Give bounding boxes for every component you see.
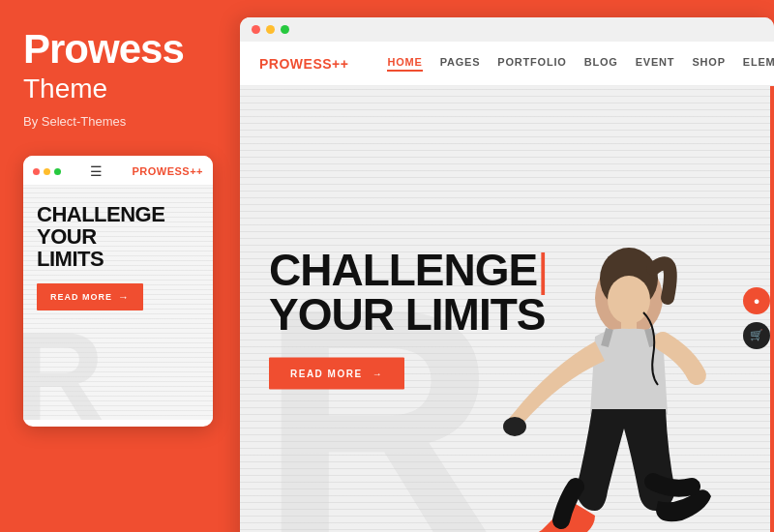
browser-dot-yellow [266,25,275,34]
mobile-window-controls [33,168,61,175]
cursor-icon: | [537,244,548,294]
mobile-read-more-button[interactable]: READ MORE → [37,283,143,310]
right-sidebar: ● 🛒 [743,287,770,349]
mobile-hero-content: R CHALLENGE YOUR LIMITS READ MORE → [23,186,213,420]
hero-title-line1: CHALLENGE| [269,247,548,291]
mobile-preview: ☰ PROWESS++ R CHALLENGE YOUR LIMITS READ… [23,156,213,427]
theme-subtitle: Theme [23,74,217,104]
mobile-logo: PROWESS++ [132,165,203,177]
site-nav: HOME PAGES PORTFOLIO BLOG EVENT SHOP ELE… [387,56,774,72]
browser-dot-red [252,25,260,34]
mobile-topbar: ☰ PROWESS++ [23,156,213,186]
desktop-preview: PROWESS++ HOME PAGES PORTFOLIO BLOG EVEN… [240,17,774,532]
nav-item-portfolio[interactable]: PORTFOLIO [497,56,566,72]
hero-title: CHALLENGE| YOUR LIMITS [269,247,548,336]
read-more-button[interactable]: READ MORE → [269,357,404,389]
nav-item-elements[interactable]: ELEMENTS [743,56,774,72]
theme-title: Prowess [23,29,217,70]
hero-content: CHALLENGE| YOUR LIMITS READ MORE → [269,247,548,389]
arrow-right-icon: → [372,368,384,378]
social-icon-1[interactable]: ● [743,287,770,314]
svg-point-2 [608,276,650,324]
arrow-right-icon: → [118,291,130,303]
mobile-dot-green [54,168,61,175]
hero-title-line2: YOUR LIMITS [269,291,548,336]
site-navbar: PROWESS++ HOME PAGES PORTFOLIO BLOG EVEN… [240,42,774,86]
cart-sidebar-icon[interactable]: 🛒 [743,322,770,349]
mobile-logo-text: PROWESS [132,165,190,177]
mobile-hero-text: CHALLENGE YOUR LIMITS READ MORE → [37,203,164,310]
site-logo: PROWESS++ [259,56,348,72]
theme-by: By Select-Themes [23,114,217,129]
mobile-dot-red [33,168,40,175]
nav-item-pages[interactable]: PAGES [440,56,481,72]
hero-section: R [240,86,774,532]
svg-point-4 [503,417,526,436]
nav-item-event[interactable]: EVENT [636,56,675,72]
mobile-hamburger: ☰ [90,163,103,179]
read-more-label: READ MORE [290,368,363,378]
nav-item-shop[interactable]: SHOP [692,56,725,72]
mobile-hero-title: CHALLENGE YOUR LIMITS [37,203,164,270]
browser-bar [240,17,774,42]
mobile-logo-plus: ++ [190,165,203,177]
mobile-dot-yellow [44,168,50,175]
left-panel: Prowess Theme By Select-Themes ☰ PROWESS… [0,0,240,532]
nav-item-home[interactable]: HOME [387,56,422,72]
nav-item-blog[interactable]: BLOG [584,56,618,72]
browser-dot-green [281,25,289,34]
